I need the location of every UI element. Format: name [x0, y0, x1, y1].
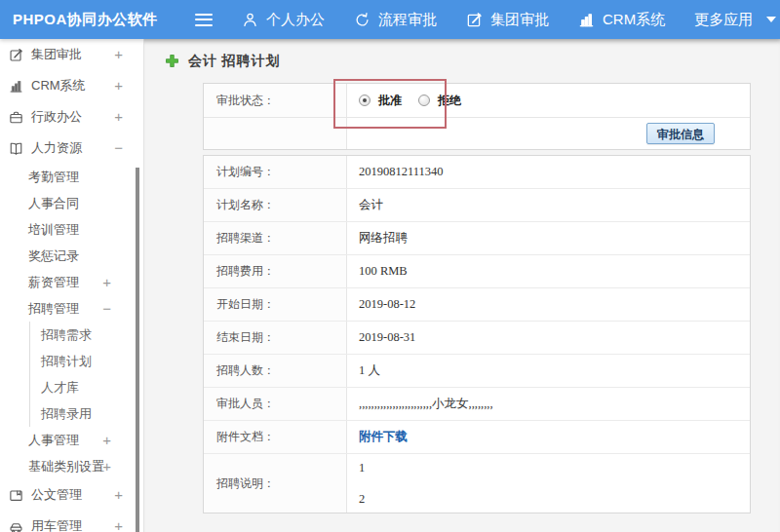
breadcrumb: 会计 招聘计划	[144, 39, 780, 83]
expand-toggle[interactable]: +	[102, 458, 111, 475]
description-line: 1	[359, 461, 365, 475]
sidebar-item-talent-pool[interactable]: 人才库	[29, 374, 143, 400]
sidebar-item-vehicle-mgmt[interactable]: 用车管理+	[0, 511, 143, 532]
nav-item-workflow-approval[interactable]: 流程审批	[354, 11, 437, 29]
sidebar-item-label: 招聘计划	[41, 353, 92, 370]
sidebar-item-recruitment[interactable]: 招聘管理−	[0, 295, 143, 322]
sidebar-item-label: 人事管理	[28, 432, 79, 449]
page-title: 会计 招聘计划	[188, 53, 281, 70]
detail-label-approvers: 审批人员：	[204, 388, 347, 420]
radio-option-approve[interactable]: 批准	[359, 93, 402, 109]
expand-toggle[interactable]: +	[114, 77, 123, 94]
expand-toggle[interactable]: +	[102, 274, 111, 290]
sidebar-item-recruit-hire[interactable]: 招聘录用	[29, 400, 143, 427]
detail-row-end-date: 结束日期：2019-08-31	[204, 322, 750, 355]
expand-toggle[interactable]: +	[102, 432, 111, 448]
detail-label-attachment: 附件文档：	[204, 421, 347, 453]
detail-value-start-date: 2019-08-12	[347, 288, 750, 321]
expand-toggle[interactable]: +	[114, 46, 123, 62]
radio-option-reject[interactable]: 拒绝	[418, 93, 461, 109]
add-icon	[165, 54, 179, 68]
detail-value-description: 12	[347, 454, 750, 513]
nav-label-workflow-approval: 流程审批	[378, 11, 437, 29]
description-line: 2	[359, 492, 365, 507]
nav-item-more-apps[interactable]: 更多应用	[694, 11, 776, 29]
detail-row-start-date: 开始日期：2019-08-12	[204, 288, 750, 322]
sidebar-item-human-resources[interactable]: 人力资源−	[0, 133, 143, 164]
sidebar-item-label: 人事合同	[28, 195, 79, 212]
nav-item-crm-system[interactable]: CRM系统	[578, 11, 665, 29]
approval-info-button[interactable]: 审批信息	[646, 123, 715, 144]
main-content: 会计 招聘计划 审批状态： 批准拒绝 审批信息 计划编号：20190812111…	[144, 39, 780, 532]
sidebar-item-label: 培训管理	[28, 221, 79, 239]
sidebar-item-document-mgmt[interactable]: 公文管理+	[0, 479, 143, 511]
app-body: 集团审批+CRM系统+行政办公+人力资源−考勤管理人事合同培训管理奖惩记录薪资管…	[0, 39, 780, 532]
car-icon	[9, 519, 23, 532]
nav-item-personal-office[interactable]: 个人办公	[242, 11, 325, 29]
expand-toggle[interactable]: +	[114, 517, 123, 532]
radio-reject[interactable]	[418, 95, 430, 106]
nav-item-group-approval[interactable]: 集团审批	[466, 11, 549, 29]
menu-toggle-icon[interactable]	[195, 14, 213, 26]
approval-status-label: 审批状态：	[204, 84, 347, 117]
detail-row-recruit-channel: 招聘渠道：网络招聘	[204, 222, 750, 255]
sidebar-item-label: 人才库	[41, 379, 79, 397]
sidebar-item-hr-contract[interactable]: 人事合同	[0, 190, 143, 216]
expand-toggle[interactable]: +	[114, 108, 123, 125]
top-nav: 个人办公流程审批集团审批CRM系统更多应用	[213, 11, 776, 29]
nav-label-more-apps: 更多应用	[694, 11, 753, 29]
sidebar-item-personnel[interactable]: 人事管理+	[0, 427, 143, 453]
expand-toggle[interactable]: +	[114, 486, 123, 503]
sidebar-item-label: 招聘需求	[41, 326, 92, 344]
sidebar-item-attendance[interactable]: 考勤管理	[0, 164, 143, 190]
sidebar-item-reward-punishment[interactable]: 奖惩记录	[0, 243, 143, 269]
detail-row-headcount: 招聘人数：1 人	[204, 355, 750, 388]
nav-label-group-approval: 集团审批	[490, 11, 549, 29]
detail-label-start-date: 开始日期：	[204, 288, 347, 321]
sidebar-item-training[interactable]: 培训管理	[0, 216, 143, 243]
details-table: 计划编号：20190812111340计划名称：会计招聘渠道：网络招聘招聘费用：…	[203, 155, 751, 513]
detail-label-plan-number: 计划编号：	[204, 156, 347, 188]
detail-value-plan-number: 20190812111340	[347, 156, 750, 188]
collapse-toggle[interactable]: −	[102, 300, 111, 317]
approval-panel: 审批状态： 批准拒绝 审批信息	[203, 83, 751, 150]
doc-icon	[9, 488, 23, 503]
sidebar-item-salary[interactable]: 薪资管理+	[0, 269, 143, 295]
detail-value-plan-name: 会计	[347, 189, 750, 221]
process-icon	[354, 12, 370, 28]
attachment-download-link[interactable]: 附件下载	[359, 429, 408, 445]
sidebar-item-label: 招聘管理	[28, 300, 79, 318]
approval-status-options: 批准拒绝	[347, 84, 750, 117]
sidebar-item-recruit-demand[interactable]: 招聘需求	[29, 322, 143, 348]
edit-icon	[466, 12, 483, 28]
detail-value-headcount: 1 人	[347, 355, 750, 387]
detail-row-recruit-cost: 招聘费用：100 RMB	[204, 255, 750, 288]
approval-button-cell: 审批信息	[347, 118, 750, 149]
detail-label-plan-name: 计划名称：	[204, 189, 347, 221]
detail-row-plan-name: 计划名称：会计	[204, 189, 750, 222]
detail-value-approvers: ,,,,,,,,,,,,,,,,,,,,,,,,小龙女,,,,,,,,	[347, 388, 750, 420]
sidebar-menu: 集团审批+CRM系统+行政办公+人力资源−考勤管理人事合同培训管理奖惩记录薪资管…	[0, 39, 143, 532]
detail-row-attachment: 附件文档：附件下载	[204, 421, 750, 454]
detail-value-recruit-channel: 网络招聘	[347, 222, 750, 254]
radio-approve[interactable]	[359, 95, 370, 106]
detail-label-description: 招聘说明：	[204, 454, 347, 513]
empty-label-cell	[204, 118, 347, 149]
app-logo[interactable]: PHPOA协同办公软件	[0, 11, 182, 29]
nav-label-crm-system: CRM系统	[603, 11, 665, 29]
sidebar-item-label: 招聘录用	[41, 405, 92, 423]
approval-status-row: 审批状态： 批准拒绝	[204, 84, 750, 118]
sidebar-item-label: 基础类别设置	[28, 458, 104, 475]
sidebar-item-base-category[interactable]: 基础类别设置+	[0, 453, 143, 479]
chart-icon	[9, 79, 23, 94]
sidebar-item-label: 行政办公	[31, 108, 82, 126]
sidebar-item-recruit-plan[interactable]: 招聘计划	[29, 348, 143, 374]
sidebar-item-group-approval[interactable]: 集团审批+	[0, 39, 143, 70]
user-icon	[242, 12, 258, 28]
sidebar-scrollbar-thumb[interactable]	[136, 168, 139, 532]
sidebar-item-label: 薪资管理	[28, 274, 79, 291]
detail-row-description: 招聘说明：12	[204, 454, 750, 513]
sidebar-item-crm-system[interactable]: CRM系统+	[0, 70, 143, 101]
sidebar-item-admin-office[interactable]: 行政办公+	[0, 101, 143, 133]
collapse-toggle[interactable]: −	[114, 139, 123, 156]
